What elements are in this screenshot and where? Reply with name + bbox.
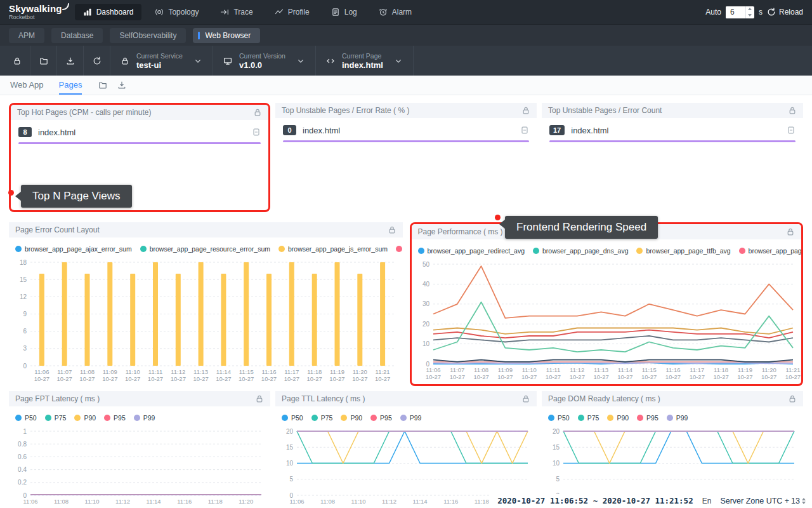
panel-page-error-count: Page Error Count Layoutbrowser_app_page_… [9, 222, 403, 386]
toolbar-refresh-icon-button[interactable] [84, 46, 110, 76]
nav-log[interactable]: Log [323, 4, 365, 20]
panel-header: Page TTL Latency ( ms ) [275, 391, 537, 406]
legend-dot [341, 415, 347, 421]
legend-label: P99 [410, 414, 422, 422]
svg-text:12: 12 [20, 293, 27, 300]
toplist-row[interactable]: 0index.html [275, 118, 537, 135]
zone-up-icon[interactable] [802, 498, 806, 500]
legend-item-p90[interactable]: P90 [607, 414, 629, 422]
svg-text:11:06: 11:06 [34, 368, 49, 375]
legend-item-p90[interactable]: P90 [341, 414, 362, 422]
lock-icon [121, 57, 129, 65]
stepper-up-icon[interactable] [746, 6, 754, 13]
page-name: index.html [38, 128, 75, 137]
legend-item-p50[interactable]: P50 [282, 414, 303, 422]
zone-down-icon[interactable] [802, 502, 806, 504]
legend-label: P99 [676, 414, 688, 422]
count-badge: 0 [283, 125, 296, 135]
download-icon [117, 81, 126, 90]
svg-text:10-27: 10-27 [284, 375, 299, 382]
language-toggle[interactable]: En [702, 497, 712, 505]
group-tab-selfobservability[interactable]: SelfObservability [110, 28, 186, 43]
stepper-down-icon[interactable] [746, 12, 754, 18]
svg-text:0.4: 0.4 [18, 466, 27, 473]
legend-item-p95[interactable]: P95 [637, 414, 658, 422]
legend-item-p50[interactable]: P50 [15, 414, 37, 422]
legend-item-p99[interactable]: P99 [667, 414, 688, 422]
legend-dot [739, 248, 745, 254]
dashboard-group-tabs: APMDatabaseSelfObservabilityWeb Browser [0, 24, 812, 46]
nav-label: Topology [168, 8, 199, 17]
tab-pages[interactable]: Pages [59, 76, 82, 95]
legend-label: browser_app_page_ajax_error_sum [25, 245, 132, 253]
legend-label: P75 [55, 414, 67, 422]
group-tab-web-browser[interactable]: Web Browser [193, 28, 260, 43]
legend-item-browser-app-page-ajax-error-sum[interactable]: browser_app_page_ajax_error_sum [15, 245, 132, 253]
group-tab-database[interactable]: Database [51, 28, 103, 43]
toolbar-selectors: Current Servicetest-uiCurrent Versionv1.… [110, 46, 414, 76]
annotation-label: Top N Page Views [32, 190, 121, 202]
svg-text:11:19: 11:19 [737, 366, 752, 373]
reload-button[interactable]: Reload [767, 8, 803, 17]
legend-item-browser-app-page-ttfb-avg[interactable]: browser_app_page_ttfb_avg [636, 247, 730, 255]
nav-dashboard[interactable]: Dashboard [75, 4, 142, 20]
legend-item-p50[interactable]: P50 [548, 414, 570, 422]
nav-label: Profile [288, 8, 310, 17]
legend-item-p95[interactable]: P95 [370, 414, 392, 422]
toolbar-lock-icon-button[interactable] [4, 46, 30, 76]
legend-item-browser-a[interactable]: browser_a [396, 245, 403, 253]
legend-item-browser-app-page-redirect-avg[interactable]: browser_app_page_redirect_avg [418, 247, 525, 255]
legend-label: P50 [291, 414, 303, 422]
toplist-row[interactable]: 8index.html [11, 120, 268, 137]
svg-text:11:07: 11:07 [450, 366, 464, 373]
toolbar-download-icon-button[interactable] [57, 46, 84, 76]
header-right: Auto s Reload [705, 6, 803, 18]
legend-item-browser-app-page-tcp-avg[interactable]: browser_app_page_tcp_avg [739, 247, 801, 255]
legend-item-browser-app-page-dns-avg[interactable]: browser_app_page_dns_avg [533, 247, 628, 255]
server-zone-stepper [802, 498, 806, 504]
legend-label: P50 [558, 414, 570, 422]
svg-text:20: 20 [286, 428, 294, 435]
selector-current-page[interactable]: Current Pageindex.html [316, 46, 414, 76]
monitor-icon [223, 57, 232, 65]
nav-alarm[interactable]: Alarm [370, 4, 420, 20]
legend-item-p75[interactable]: P75 [45, 414, 67, 422]
legend-item-p75[interactable]: P75 [578, 414, 599, 422]
toolbar-folder-icon-button[interactable] [30, 46, 57, 76]
selector-current-version[interactable]: Current Versionv1.0.0 [213, 46, 316, 76]
annotation-top-n-page-views: Top N Page Views [21, 185, 132, 208]
legend-dot [400, 415, 407, 421]
time-range-value[interactable]: 2020-10-27 11:06:52 ~ 2020-10-27 11:21:5… [497, 496, 693, 505]
nav-profile[interactable]: Profile [266, 4, 318, 20]
toplist-row[interactable]: 17index.html [542, 118, 803, 135]
clipboard-icon [252, 128, 261, 137]
legend-dot [278, 246, 285, 252]
chart-legend: browser_app_page_ajax_error_sumbrowser_a… [9, 237, 403, 256]
legend-item-p95[interactable]: P95 [104, 414, 126, 422]
legend-item-browser-app-page-js-error-sum[interactable]: browser_app_page_js_error_sum [278, 245, 388, 253]
selector-current-service[interactable]: Current Servicetest-ui [110, 46, 213, 76]
legend-label: browser_app_page_redirect_avg [428, 247, 525, 255]
legend-item-p75[interactable]: P75 [311, 414, 333, 422]
value-bar [18, 142, 261, 144]
code-icon [326, 57, 335, 65]
reload-label: Reload [779, 8, 803, 17]
tab-web-app[interactable]: Web App [10, 76, 44, 95]
svg-text:11:10: 11:10 [85, 498, 100, 505]
legend-item-p99[interactable]: P99 [400, 414, 422, 422]
legend-item-browser-app-page-resource-error-sum[interactable]: browser_app_page_resource_error_sum [140, 245, 270, 253]
legend-dot [667, 415, 673, 421]
auto-unit-label: s [759, 8, 763, 17]
legend-item-p90[interactable]: P90 [74, 414, 96, 422]
group-tab-apm[interactable]: APM [9, 28, 44, 43]
nav-topology[interactable]: Topology [147, 4, 207, 20]
panel-top-unstable-pages-error-count: Top Unstable Pages / Error Count17index.… [542, 103, 803, 212]
app-logo[interactable]: Skywalking Rocketbot [9, 4, 62, 20]
svg-text:6: 6 [23, 328, 27, 335]
nav-trace[interactable]: Trace [212, 4, 261, 20]
svg-text:5: 5 [556, 476, 560, 483]
app-header: Skywalking Rocketbot DashboardTopologyTr… [0, 0, 812, 24]
legend-item-p99[interactable]: P99 [134, 414, 155, 422]
panel-page-dom-ready: Page DOM Ready Latency ( ms )P50P75P90P9… [542, 391, 803, 508]
auto-interval-input[interactable] [726, 6, 745, 18]
